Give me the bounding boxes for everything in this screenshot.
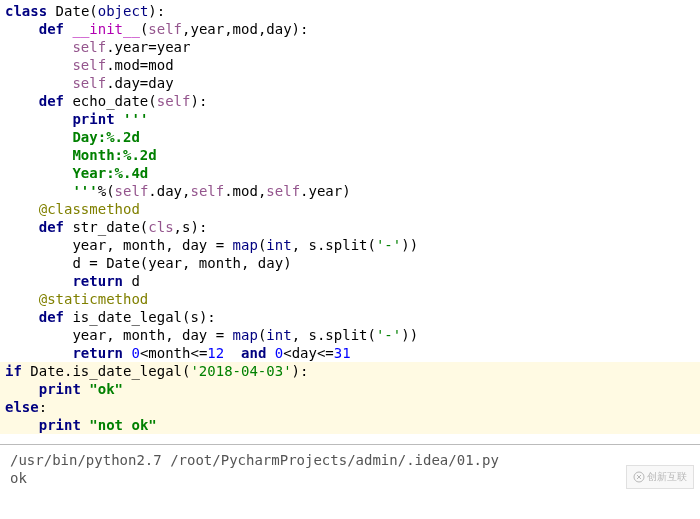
code-line: print "ok" xyxy=(0,380,700,398)
code-line: print "not ok" xyxy=(0,416,700,434)
code-line: self.day=day xyxy=(0,74,700,92)
code-editor[interactable]: class Date(object): def __init__(self,ye… xyxy=(0,0,700,436)
console-panel[interactable]: /usr/bin/python2.7 /root/PycharmProjects… xyxy=(0,445,700,493)
code-line: '''%(self.day,self.mod,self.year) xyxy=(0,182,700,200)
code-line: Year:%.4d xyxy=(0,164,700,182)
code-line: if Date.is_date_legal('2018-04-03'): xyxy=(0,362,700,380)
code-line: def echo_date(self): xyxy=(0,92,700,110)
code-line: self.mod=mod xyxy=(0,56,700,74)
code-line: def is_date_legal(s): xyxy=(0,308,700,326)
watermark-logo: 创新互联 xyxy=(626,465,694,489)
logo-icon xyxy=(633,471,645,483)
code-line: def str_date(cls,s): xyxy=(0,218,700,236)
console-output: ok xyxy=(10,469,690,487)
code-line: year, month, day = map(int, s.split('-')… xyxy=(0,236,700,254)
code-line: year, month, day = map(int, s.split('-')… xyxy=(0,326,700,344)
code-line: return d xyxy=(0,272,700,290)
code-line: class Date(object): xyxy=(0,2,700,20)
code-line: else: xyxy=(0,398,700,416)
code-line: return 0<month<=12 and 0<day<=31 xyxy=(0,344,700,362)
code-line: def __init__(self,year,mod,day): xyxy=(0,20,700,38)
code-line: d = Date(year, month, day) xyxy=(0,254,700,272)
console-command: /usr/bin/python2.7 /root/PycharmProjects… xyxy=(10,451,690,469)
code-line: @staticmethod xyxy=(0,290,700,308)
code-line: print ''' xyxy=(0,110,700,128)
code-line: Month:%.2d xyxy=(0,146,700,164)
code-line: self.year=year xyxy=(0,38,700,56)
code-line: @classmethod xyxy=(0,200,700,218)
code-line: Day:%.2d xyxy=(0,128,700,146)
